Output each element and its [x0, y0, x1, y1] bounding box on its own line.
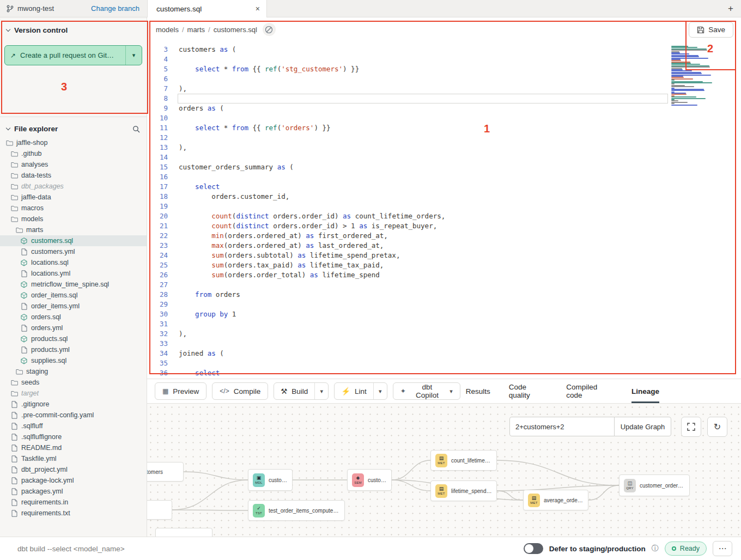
code-line[interactable]: count(distinct orders.order_id) > 1 as i… — [179, 221, 670, 231]
tree-item-.github[interactable]: .github — [0, 148, 147, 159]
code-line[interactable]: ), — [179, 143, 670, 153]
breadcrumb-models[interactable]: models — [156, 26, 179, 34]
lineage-node-orders[interactable]: orders — [147, 500, 172, 520]
lineage-node-customers_semantic[interactable]: ◈SEMcustomers — [347, 469, 392, 491]
code-editor[interactable]: 3456789101112131415161718192021222324252… — [147, 41, 741, 379]
fullscreen-icon[interactable] — [681, 417, 701, 437]
code-line[interactable]: sum(orders.order_total) as lifetime_spen… — [179, 270, 670, 280]
lint-button[interactable]: ⚡ Lint — [335, 383, 373, 399]
code-line[interactable]: orders as ( — [179, 104, 670, 113]
lineage-node-average_order_value[interactable]: ▤METaverage_order_value — [523, 490, 588, 510]
tree-item-order_items.yml[interactable]: order_items.yml — [0, 301, 147, 312]
code-line[interactable]: ), — [179, 84, 670, 94]
code-line[interactable] — [179, 74, 670, 84]
code-line[interactable] — [179, 153, 670, 162]
tree-item-jaffle-data[interactable]: jaffle-data — [0, 192, 147, 203]
tree-item-requirements.in[interactable]: requirements.in — [0, 497, 147, 508]
tree-item-dbt_packages[interactable]: dbt_packages — [0, 181, 147, 192]
code-line[interactable]: max(orders.ordered_at) as last_ordered_a… — [179, 241, 670, 251]
code-line[interactable] — [179, 172, 670, 182]
code-line[interactable] — [179, 113, 670, 123]
tree-item-metricflow_time_spine.sql[interactable]: metricflow_time_spine.sql — [0, 279, 147, 290]
code-line[interactable]: select * from {{ ref('orders') }} — [179, 123, 670, 133]
tab-results[interactable]: Results — [466, 379, 490, 403]
code-line[interactable] — [179, 319, 670, 329]
create-pr-dropdown-button[interactable]: ▾ — [125, 46, 142, 65]
copilot-icon[interactable] — [263, 23, 276, 36]
code-line[interactable] — [179, 358, 670, 368]
lineage-node-stg_customers[interactable]: stg_customers — [147, 462, 184, 482]
tab-lineage[interactable]: Lineage — [631, 379, 659, 403]
search-icon[interactable] — [132, 125, 140, 133]
code-line[interactable]: ), — [179, 329, 670, 339]
tree-item-requirements.txt[interactable]: requirements.txt — [0, 508, 147, 519]
tab-compiled-code[interactable]: Compiled code — [566, 379, 613, 403]
info-icon[interactable]: ⓘ — [652, 544, 659, 553]
code-line[interactable]: select — [179, 368, 670, 378]
code-line[interactable]: joined as ( — [179, 349, 670, 358]
build-dropdown-button[interactable]: ▾ — [314, 383, 328, 399]
lineage-node-count_lifetime_orders[interactable]: ▤METcount_lifetime_orders — [430, 450, 497, 471]
tree-item-supplies.sql[interactable]: supplies.sql — [0, 355, 147, 366]
tree-item-target[interactable]: target — [0, 388, 147, 399]
tree-item-analyses[interactable]: analyses — [0, 159, 147, 170]
tree-item-data-tests[interactable]: data-tests — [0, 170, 147, 181]
tree-item-customers.sql[interactable]: customers.sql — [0, 235, 147, 246]
code-line[interactable]: sum(orders.subtotal) as lifetime_spend_p… — [179, 251, 670, 260]
code-line[interactable]: select * from {{ ref('stg_customers') }} — [179, 64, 670, 74]
lineage-node-lifetime_spend_pretax[interactable]: ▤METlifetime_spend_pretax — [430, 480, 497, 501]
update-graph-button[interactable]: Update Graph — [614, 417, 671, 436]
tree-item-products.yml[interactable]: products.yml — [0, 344, 147, 355]
lineage-node-customer_order_metrics[interactable]: ◫QRYcustomer_order_metrics — [619, 474, 690, 496]
refresh-icon[interactable]: ↻ — [707, 417, 727, 437]
code-line[interactable]: count(distinct orders.order_id) as count… — [179, 211, 670, 221]
tree-item-.pre-commit-config.yaml[interactable]: .pre-commit-config.yaml — [0, 410, 147, 421]
tree-item-staging[interactable]: staging — [0, 366, 147, 377]
save-button[interactable]: Save — [689, 22, 733, 38]
tree-item-orders.yml[interactable]: orders.yml — [0, 322, 147, 333]
tree-item-locations.yml[interactable]: locations.yml — [0, 268, 147, 279]
tree-item-seeds[interactable]: seeds — [0, 377, 147, 388]
code-line[interactable]: customer_orders_summary as ( — [179, 162, 670, 172]
tab-code-quality[interactable]: Code quality — [509, 379, 548, 403]
create-pr-button[interactable]: ↗ Create a pull request on Git… — [5, 46, 125, 65]
tree-item-order_items.sql[interactable]: order_items.sql — [0, 290, 147, 301]
lineage-search-input[interactable] — [509, 417, 615, 436]
build-button[interactable]: ⚒ Build — [274, 383, 314, 399]
tree-item-.gitignore[interactable]: .gitignore — [0, 399, 147, 410]
file-explorer-header[interactable]: File explorer — [0, 117, 147, 137]
breadcrumb-marts[interactable]: marts — [187, 26, 205, 34]
code-line[interactable]: orders.customer_id, — [179, 192, 670, 202]
minimap[interactable] — [671, 46, 720, 106]
compile-button[interactable]: </> Compile — [212, 382, 268, 400]
code-line[interactable]: from orders — [179, 290, 670, 300]
tree-item-jaffle-shop[interactable]: jaffle-shop — [0, 137, 147, 148]
lineage-node-test_order_items[interactable]: ✓TSTtest_order_items_compute_to_bools… — [248, 500, 345, 521]
tree-item-orders.sql[interactable]: orders.sql — [0, 312, 147, 322]
tree-item-dbt_project.yml[interactable]: dbt_project.yml — [0, 464, 147, 475]
code-line[interactable] — [179, 300, 670, 309]
code-line[interactable] — [179, 133, 670, 143]
lineage-node-partial_node[interactable] — [155, 528, 212, 537]
tree-item-models[interactable]: models — [0, 214, 147, 224]
close-icon[interactable]: × — [256, 5, 260, 13]
tree-item-macros[interactable]: macros — [0, 203, 147, 214]
tree-item-customers.yml[interactable]: customers.yml — [0, 246, 147, 257]
tree-item-locations.sql[interactable]: locations.sql — [0, 257, 147, 268]
tree-item-.sqlfluff[interactable]: .sqlfluff — [0, 421, 147, 431]
tree-item-Taskfile.yml[interactable]: Taskfile.yml — [0, 453, 147, 464]
code-line[interactable] — [179, 280, 670, 290]
preview-button[interactable]: ▦ Preview — [155, 382, 206, 400]
lineage-node-customers_model[interactable]: ▣MDLcustomers — [248, 469, 293, 491]
version-control-header[interactable]: Version control — [0, 17, 147, 40]
dbt-copilot-button[interactable]: ✦ dbt Copilot ▾ — [393, 382, 460, 400]
tree-item-products.sql[interactable]: products.sql — [0, 333, 147, 344]
tree-item-packages.yml[interactable]: packages.yml — [0, 486, 147, 497]
tree-item-package-lock.yml[interactable]: package-lock.yml — [0, 475, 147, 486]
lint-dropdown-button[interactable]: ▾ — [373, 383, 387, 399]
tree-item-marts[interactable]: marts — [0, 224, 147, 235]
new-tab-button[interactable]: + — [720, 0, 741, 17]
change-branch-link[interactable]: Change branch — [91, 4, 139, 13]
tree-item-.sqlfluffignore[interactable]: .sqlfluffignore — [0, 431, 147, 442]
code-line[interactable]: group by 1 — [179, 309, 670, 319]
